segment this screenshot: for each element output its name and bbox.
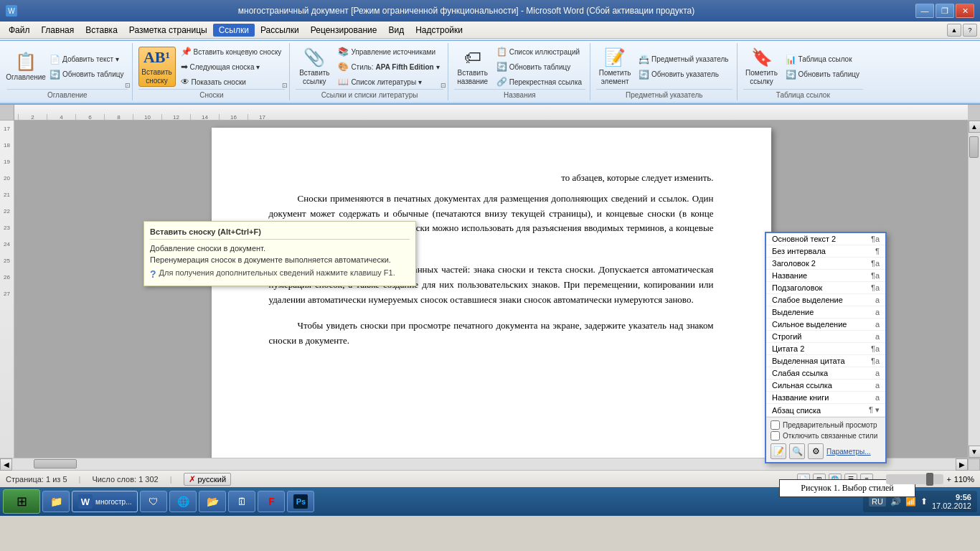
bibliography-button[interactable]: 📖 Список литературы ▾ [334, 75, 443, 89]
style-item-11[interactable]: Слабая ссылка a [766, 367, 885, 380]
toc-group-expand-icon[interactable]: ⊡ [125, 82, 131, 89]
menu-home[interactable]: Главная [36, 24, 80, 37]
menu-bar: Файл Главная Вставка Разметка страницы С… [0, 22, 980, 39]
language-button[interactable]: ✗ русский [184, 473, 231, 486]
update-toc-button[interactable]: 🔄 Обновить таблицу [46, 67, 128, 82]
style-label: Стиль: [351, 63, 373, 71]
hscroll-right-button[interactable]: ▶ [956, 458, 968, 471]
taskbar-word[interactable]: W многостр... [72, 491, 138, 512]
restore-button[interactable]: ❐ [936, 4, 954, 18]
taskbar-photoshop[interactable]: Ps [287, 491, 314, 512]
ribbon-group-index-content: 📝 Пометитьэлемент 📇 Предметный указатель… [596, 44, 732, 89]
taskbar-folder[interactable]: 📂 [199, 491, 226, 512]
scroll-up-button[interactable]: ▲ [969, 121, 981, 133]
scroll-thumb[interactable] [969, 136, 979, 158]
left-ruler-mark-24: 24 [0, 240, 14, 249]
style-item-7[interactable]: Сильное выделение a [766, 319, 885, 331]
hscroll-left-button[interactable]: ◀ [0, 458, 12, 471]
style-item-13[interactable]: Название книги a [766, 392, 885, 404]
insert-caption-button[interactable]: 🏷 Вставитьназвание [454, 47, 491, 87]
manage-sources-button[interactable]: 📚 Управление источниками [334, 44, 443, 59]
zoom-in-button[interactable]: + [946, 475, 951, 484]
ribbon-group-toc: 📋 Оглавление 📄 Добавить текст ▾ 🔄 Обнови… [3, 43, 133, 100]
taskbar-flash[interactable]: F [258, 491, 285, 512]
style-manage-button[interactable]: ⚙ [808, 443, 824, 458]
show-footnotes-button[interactable]: 👁 Показать сноски [177, 75, 286, 89]
minimize-button[interactable]: — [915, 4, 934, 18]
menu-view[interactable]: Вид [382, 24, 410, 37]
ruler-num-6: 6 [75, 114, 104, 120]
menu-mailings[interactable]: Рассылки [255, 24, 305, 37]
hscroll-thumb[interactable] [34, 459, 77, 468]
style-item-14[interactable]: Абзац списка ¶ ▾ [766, 404, 885, 417]
close-button[interactable]: ✕ [956, 4, 974, 18]
index-button[interactable]: 📇 Предметный указатель [635, 52, 732, 67]
add-text-button[interactable]: 📄 Добавить текст ▾ [46, 52, 128, 67]
taskbar-avast[interactable]: 🛡 [140, 491, 167, 512]
explorer-icon: 📁 [49, 494, 63, 509]
list-illus-button[interactable]: 📋 Список иллюстраций [493, 44, 585, 59]
next-footnote-button[interactable]: ➡ Следующая сноска ▾ [177, 60, 286, 74]
title-bar-text: многостраничный документ [Режим ограниче… [17, 6, 915, 16]
taskbar-firefox[interactable]: 🌐 [169, 491, 197, 512]
insert-footnote-button[interactable]: AB¹ Вставитьсноску [138, 47, 176, 87]
style-item-2[interactable]: Заголовок 2 ¶a [766, 258, 885, 270]
left-ruler-mark-22: 22 [0, 207, 14, 216]
update-table-auth-button[interactable]: 🔄 Обновить таблицу [782, 67, 864, 82]
mark-citation-button[interactable]: 🔖 Пометитьссылку [743, 47, 781, 87]
help-button[interactable]: ? [963, 24, 977, 37]
mark-entry-button[interactable]: 📝 Пометитьэлемент [596, 47, 633, 87]
word-count: Число слов: 1 302 [92, 475, 158, 484]
menu-insert[interactable]: Вставка [80, 24, 123, 37]
toc-icon: 📋 [15, 52, 37, 72]
style-item-3[interactable]: Название ¶a [766, 270, 885, 282]
update-index-button[interactable]: 🔄 Обновить указатель [635, 67, 732, 82]
style-item-1[interactable]: Без интервала ¶ [766, 245, 885, 258]
zoom-level: 110% [954, 475, 974, 484]
style-dropdown-btn[interactable]: 🎨 Стиль: APA Fifth Edition ▾ [334, 60, 443, 74]
style-item-mark-1: ¶ [875, 247, 880, 255]
zoom-slider[interactable] [886, 474, 943, 484]
disable-linked-styles-checkbox[interactable] [771, 431, 780, 441]
menu-file[interactable]: Файл [3, 24, 36, 37]
menu-links[interactable]: Ссылки [213, 24, 255, 37]
table-auth-button[interactable]: 📊 Таблица ссылок [782, 52, 864, 67]
citations-group-expand-icon[interactable]: ⊡ [440, 82, 446, 89]
menu-layout[interactable]: Разметка страницы [123, 24, 213, 37]
preview-checkbox[interactable] [771, 420, 780, 430]
style-item-4[interactable]: Подзаголовок ¶a [766, 282, 885, 294]
system-clock: 9:56 17.02.2012 [932, 493, 971, 510]
style-params-link[interactable]: Параметры... [826, 448, 871, 456]
doc-page[interactable]: то абзацев, которые следует изменить. Сн… [212, 128, 771, 458]
style-item-label-7: Сильное выделение [772, 320, 847, 329]
ribbon-minimize-button[interactable]: ▲ [947, 24, 961, 37]
start-button[interactable]: ⊞ [3, 489, 40, 514]
update-index-label: Обновить указатель [651, 70, 719, 78]
style-item-12[interactable]: Сильная ссылка a [766, 380, 885, 392]
insert-endnote-button[interactable]: 📌 Вставить концевую сноску [177, 44, 286, 59]
ruler-numbers: 2 4 6 8 10 12 14 16 17 [14, 105, 968, 120]
style-item-0[interactable]: Основной текст 2 ¶a [766, 233, 885, 245]
style-item-mark-9: ¶a [871, 344, 880, 353]
style-item-8[interactable]: Строгий a [766, 331, 885, 343]
style-item-6[interactable]: Выделение a [766, 306, 885, 319]
taskbar-explorer[interactable]: 📁 [42, 491, 70, 512]
update-captions-button[interactable]: 🔄 Обновить таблицу [493, 60, 585, 74]
scroll-down-button[interactable]: ▼ [969, 446, 981, 458]
photoshop-icon: Ps [293, 494, 308, 509]
style-item-10[interactable]: Выделенная цитата ¶a [766, 355, 885, 367]
taskbar-calendar[interactable]: 🗓 [228, 491, 255, 512]
menu-review[interactable]: Рецензирование [305, 24, 383, 37]
style-item-5[interactable]: Слабое выделение a [766, 294, 885, 306]
ruler-num-8: 8 [104, 114, 133, 120]
menu-addins[interactable]: Надстройки [410, 24, 468, 37]
style-new-button[interactable]: 📝 [771, 443, 786, 458]
style-inspector-button[interactable]: 🔍 [789, 443, 805, 458]
insert-citation-button[interactable]: 📎 Вставитьссылку [296, 47, 333, 87]
scroll-track[interactable] [969, 133, 980, 446]
style-item-9[interactable]: Цитата 2 ¶a [766, 343, 885, 355]
footnotes-group-expand-icon[interactable]: ⊡ [282, 82, 288, 89]
toc-button[interactable]: 📋 Оглавление [7, 47, 44, 87]
disable-linked-styles-label: Отключить связанные стили [783, 432, 877, 440]
cross-ref-button[interactable]: 🔗 Перекрестная ссылка [493, 75, 585, 89]
